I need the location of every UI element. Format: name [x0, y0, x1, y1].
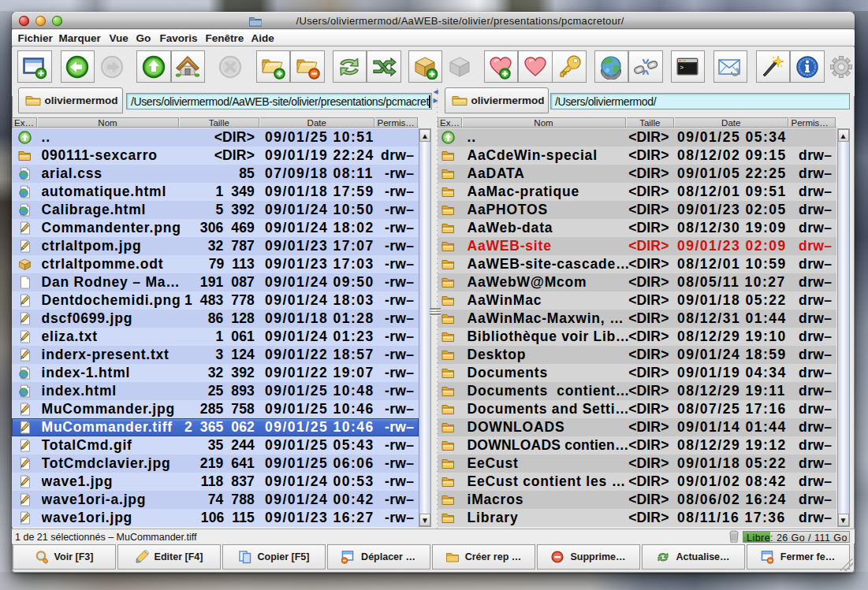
- svg-text:>: >: [680, 65, 684, 71]
